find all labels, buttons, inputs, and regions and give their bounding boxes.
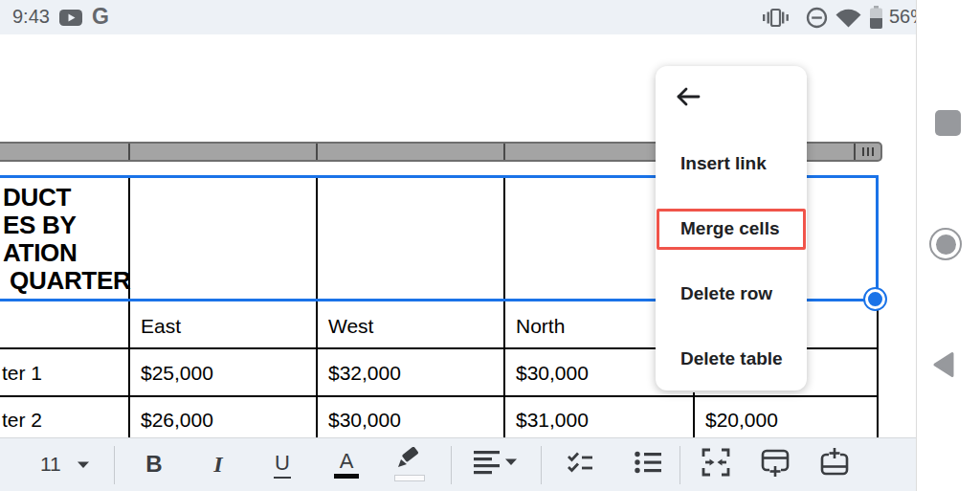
table-cell[interactable]: $31,000: [516, 409, 589, 432]
table-cell[interactable]: North: [516, 315, 565, 338]
insert-row-button[interactable]: [756, 443, 794, 485]
menu-item-delete-row[interactable]: Delete row: [656, 275, 807, 313]
home-button[interactable]: [929, 228, 962, 260]
bold-icon: B: [145, 451, 162, 478]
android-nav-bar: [916, 0, 980, 491]
overview-button[interactable]: [935, 110, 961, 136]
table-cell[interactable]: ter 1: [2, 362, 42, 385]
screen: 9:43 G 56%: [0, 0, 980, 491]
underline-icon: U: [274, 451, 291, 479]
formatting-toolbar: 11 B I U A: [0, 437, 916, 491]
do-not-disturb-icon: [806, 7, 828, 33]
table-cell[interactable]: East: [141, 315, 181, 338]
menu-item-insert-link[interactable]: Insert link: [656, 145, 807, 183]
home-icon: [936, 234, 956, 255]
title-line: ES BY: [3, 212, 130, 239]
align-left-icon: [474, 451, 518, 479]
table-title-cell[interactable]: DUCT ES BY ATION QUARTER: [3, 184, 130, 295]
align-button[interactable]: [471, 443, 521, 485]
table-cell[interactable]: ter 2: [2, 409, 42, 432]
column-bar-divider: [854, 144, 856, 160]
merge-cells-button[interactable]: [697, 443, 735, 485]
status-bar: 9:43 G 56%: [0, 0, 916, 34]
text-color-button[interactable]: A: [327, 443, 366, 485]
bulleted-list-icon: [635, 451, 661, 478]
selection-border-right: [876, 175, 879, 301]
bold-button[interactable]: B: [135, 443, 173, 485]
font-size-value: 11: [40, 453, 61, 476]
text-color-icon: A: [340, 451, 354, 472]
title-line: ATION: [3, 239, 130, 267]
table-cell[interactable]: $26,000: [141, 409, 213, 432]
table-border: [0, 395, 879, 397]
insert-column-icon: [819, 447, 850, 481]
insert-row-icon: [760, 447, 791, 481]
table-cell[interactable]: $20,000: [705, 409, 778, 432]
table-border: [503, 178, 505, 299]
column-bar-divider: [503, 144, 505, 160]
column-bar-divider: [128, 144, 130, 160]
table-border: [503, 301, 505, 437]
selection-drag-handle[interactable]: [865, 289, 885, 309]
merge-cells-icon: [702, 448, 730, 480]
chevron-down-icon: [77, 456, 90, 473]
wifi-icon: [835, 8, 862, 32]
battery-icon: [869, 6, 883, 33]
clock: 9:43: [12, 6, 50, 28]
table-border: [693, 392, 695, 437]
toolbar-divider: [679, 446, 680, 484]
bulleted-list-button[interactable]: [629, 443, 667, 485]
toolbar-divider: [451, 446, 452, 484]
back-button[interactable]: [932, 351, 959, 382]
merge-cells-highlight-box: [657, 209, 806, 250]
text-color-swatch: [334, 474, 359, 479]
checklist-button[interactable]: [561, 443, 599, 485]
insert-column-button[interactable]: [815, 443, 854, 485]
highlighter-icon: [395, 447, 424, 474]
highlight-color-swatch: [394, 475, 425, 481]
italic-button[interactable]: I: [199, 443, 237, 485]
italic-icon: I: [213, 452, 222, 478]
table-cell[interactable]: $32,000: [328, 362, 401, 385]
table-border: [316, 178, 318, 299]
table-context-menu: Insert link Merge cells Delete row Delet…: [656, 66, 807, 391]
menu-item-delete-table[interactable]: Delete table: [656, 340, 807, 378]
toolbar-divider: [541, 446, 542, 484]
table-border: [128, 301, 130, 437]
font-size-selector[interactable]: 11: [27, 443, 107, 485]
toolbar-divider: [114, 446, 115, 484]
vibrate-icon: [763, 8, 789, 32]
table-cell[interactable]: West: [328, 315, 373, 338]
table-border: [877, 301, 879, 437]
title-line: QUARTER: [3, 267, 130, 295]
title-line: DUCT: [3, 184, 130, 212]
back-arrow-icon[interactable]: [675, 85, 702, 112]
table-cell[interactable]: $25,000: [141, 362, 213, 385]
column-bar-divider: [316, 144, 318, 160]
table-cell[interactable]: $30,000: [516, 362, 589, 385]
highlight-color-button[interactable]: [390, 443, 429, 485]
table-cell[interactable]: $30,000: [328, 409, 401, 432]
table-border: [316, 301, 318, 437]
google-g-icon: G: [92, 4, 109, 30]
youtube-icon: [59, 10, 82, 30]
underline-button[interactable]: U: [263, 443, 301, 485]
checklist-icon: [567, 452, 593, 477]
